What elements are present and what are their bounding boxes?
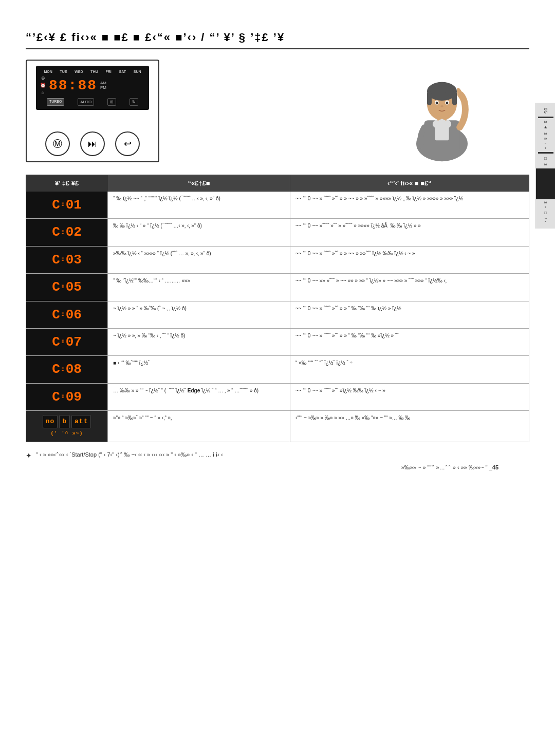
svg-point-14 bbox=[440, 105, 443, 107]
table-row: C⠿09… ‰‰ » » ““ ~ ï¿½ˆ “ (¯ˆˆˆ ï¿½ˆ Edge… bbox=[26, 383, 529, 410]
right-cell-2: ~~ ““ 0 ~~ » ˆˆˆˆ »ˆˆ » » ~~ » »»ˆˆˆ ï¿½… bbox=[290, 246, 529, 273]
right-cell-7: ~~ ““ 0 ~~ » ˆˆˆˆ »ˆˆ »ï¿½ ‰‰ ï¿½ ‹ ~ » bbox=[290, 383, 529, 410]
auto-button[interactable]: AUTO bbox=[78, 98, 94, 106]
footer-page-ref: »‰»» ~ » ""˄ »…˄˄ » ‹ »» ‰»»~ " _45 bbox=[401, 463, 498, 472]
footer-area: ✦ " ‹ » »»‹˄‹‹‹ ‹ `Start/Stop (" ‹ 7‹" ‹… bbox=[26, 450, 529, 472]
middle-cell-1: ‰ ‰ ï¿½ ‹ “ » “ ï¿½ (¯ˆˆˆˆ …‹ »‚ ‹‚ »“ ô… bbox=[108, 219, 290, 246]
button-row: Ⓜ ⏭ ↩ bbox=[45, 131, 140, 156]
side-tab-label8: 3 bbox=[543, 163, 548, 166]
right-cell-5: ~~ ““ 0 ~~ » ˆˆˆˆ »ˆˆ » » “ ‰ “‰ ““ ‰ »ï… bbox=[290, 328, 529, 355]
middle-cell-7: … ‰‰ » » ““ ~ ï¿½ˆ “ (¯ˆˆˆ ï¿½ˆ Edge ï¿½… bbox=[108, 383, 290, 410]
right-cell-4: ~~ ““ 0 ~~ » ˆˆˆˆ »ˆˆ » » “ ‰ “‰ ““ ‰ ï¿… bbox=[290, 301, 529, 328]
code-cell-7: C⠿09 bbox=[26, 383, 108, 410]
timer-button[interactable]: ↩ bbox=[115, 131, 140, 156]
m-button[interactable]: Ⓜ bbox=[45, 131, 70, 156]
code-cell-3: C⠿05 bbox=[26, 274, 108, 301]
day-thu: THU bbox=[90, 70, 98, 73]
table-row: C⠿02‰ ‰ ï¿½ ‹ “ » “ ï¿½ (¯ˆˆˆˆ …‹ »‚ ‹‚ … bbox=[26, 219, 529, 246]
svg-rect-7 bbox=[427, 91, 432, 105]
middle-cell-5: ~ ï¿½ » »‚ » ‰ “‰ ‹ ‚ ˆˆ “ ï¿½ ô) bbox=[108, 328, 290, 355]
day-row: MON TUE WED THU FRI SAT SUN bbox=[40, 70, 145, 73]
fan-icon: ⊕ bbox=[40, 75, 46, 81]
right-cell-0: ~~ ““ 0 ~~ » ˆˆˆˆ »ˆˆ » » ~~ » » »ˆˆˆˆ »… bbox=[290, 192, 529, 219]
footer-row-1: ✦ " ‹ » »»‹˄‹‹‹ ‹ `Start/Stop (" ‹ 7‹" ‹… bbox=[26, 450, 529, 461]
table-row: C⠿01“ ‰ ï¿½ ~~ “ „“ “““““ ï¿½ ï¿½ (¯ˆˆˆˆ… bbox=[26, 192, 529, 219]
recycle-button[interactable]: ↻ bbox=[130, 98, 138, 106]
code-cell-5: C⠿07 bbox=[26, 328, 108, 355]
day-sun: SUN bbox=[134, 70, 141, 73]
code-cell-8: nobatt(' '^ »~) bbox=[26, 411, 108, 442]
figure-area bbox=[355, 60, 529, 162]
side-tab-number: 05 bbox=[543, 108, 548, 114]
turbo-button[interactable]: TURBO bbox=[47, 98, 65, 106]
middle-cell-3: “ ‰ “ï¿½““ ‰‰…““ ‹ “ ……… »»» bbox=[108, 274, 290, 301]
side-tab-label1: 3 bbox=[543, 121, 548, 123]
day-wed: WED bbox=[75, 70, 83, 73]
table-row: C⠿07~ ï¿½ » »‚ » ‰ “‰ ‹ ‚ ˆˆ “ ï¿½ ô)~~ … bbox=[26, 328, 529, 355]
table-row: C⠿08■ ‹ ““ ‰ˆ“““ ï¿½ˆ“ »‰ “““ ˆˆ “ˆ ï¿½ˆ… bbox=[26, 356, 529, 383]
right-cell-8: ‹“““ ~ »‰» » ‰» » »» …» ‰ »‰ “»» ~ ““ »…… bbox=[290, 411, 529, 442]
table-row: C⠿03»‰‰ ï¿½ ‹ “ »»»» “ ï¿½ (ˆˆˆ … »‚ »‚ … bbox=[26, 246, 529, 273]
side-tab-label9: 3 bbox=[543, 201, 548, 204]
person-svg bbox=[391, 60, 493, 162]
side-tab: 05 3 ★ 3 fi ‹ » □ 3 3 » □ / ‹ bbox=[535, 103, 555, 229]
day-fri: FRI bbox=[106, 70, 112, 73]
icon-col: ⊕ ⏰ ⌂ bbox=[40, 75, 46, 95]
side-tab-label4: fi bbox=[543, 138, 548, 141]
footer-text-1: " ‹ » »»‹˄‹‹‹ ‹ `Start/Stop (" ‹ 7‹" ‹)˄… bbox=[36, 450, 223, 459]
code-cell-0: C⠿01 bbox=[26, 192, 108, 219]
day-sat: SAT bbox=[119, 70, 126, 73]
side-tab-label7: □ bbox=[543, 156, 548, 161]
side-tab-label2: ★ bbox=[543, 125, 548, 130]
code-cell-1: C⠿02 bbox=[26, 219, 108, 246]
page-container: 05 3 ★ 3 fi ‹ » □ 3 3 » □ / ‹ “’£‹¥ £ fi… bbox=[0, 0, 555, 756]
middle-cell-0: “ ‰ ï¿½ ~~ “ „“ “““““ ï¿½ ï¿½ (¯ˆˆˆˆ …‹ … bbox=[108, 192, 290, 219]
svg-rect-8 bbox=[452, 91, 457, 105]
table-row: C⠿06~ ï¿½ » » “ » ‰ˆ‰ (ˆ ~ ‚ ‚ ï¿½ ô)~~ … bbox=[26, 301, 529, 328]
side-tab-label3: 3 bbox=[543, 133, 548, 135]
middle-cell-2: »‰‰ ï¿½ ‹ “ »»»» “ ï¿½ (ˆˆˆ … »‚ »‚ ‹‚ »… bbox=[108, 246, 290, 273]
side-tab-black bbox=[536, 168, 556, 199]
side-tab-label6: » bbox=[543, 147, 548, 149]
time-display: 88:88 bbox=[49, 78, 97, 93]
svg-point-9 bbox=[434, 82, 451, 93]
play-button[interactable]: ⏭ bbox=[80, 131, 105, 156]
table-row: nobatt(' '^ »~)»“» “ »‰»ˆ »“ ““ ~ “ » ‹‚… bbox=[26, 411, 529, 442]
right-cell-6: “ »‰ “““ ˆˆ “ˆ ï¿½ˆ ï¿½ ˆ ÷ bbox=[290, 356, 529, 383]
grid-button[interactable]: ⊞ bbox=[107, 98, 116, 106]
table-row: C⠿05“ ‰ “ï¿½““ ‰‰…““ ‹ “ ……… »»»~~ ““ 0 … bbox=[26, 274, 529, 301]
table-header-row: ¥’ ‡£ ¥£ “«£†£■ ‹“’‹’ fi‹›« ■ ■£“ bbox=[26, 175, 529, 192]
main-table: ¥’ ‡£ ¥£ “«£†£■ ‹“’‹’ fi‹›« ■ ■£“ C⠿01“ … bbox=[26, 175, 529, 442]
top-section: MON TUE WED THU FRI SAT SUN ⊕ ⏰ ⌂ 88:88 bbox=[26, 60, 529, 162]
svg-rect-3 bbox=[435, 124, 449, 140]
middle-cell-4: ~ ï¿½ » » “ » ‰ˆ‰ (ˆ ~ ‚ ‚ ï¿½ ô) bbox=[108, 301, 290, 328]
footer-bullet: ✦ bbox=[26, 450, 32, 461]
pm-label: PM bbox=[100, 85, 106, 90]
side-tab-label12: / ‹ bbox=[543, 218, 548, 223]
am-label: AM bbox=[100, 81, 106, 85]
svg-point-12 bbox=[436, 102, 438, 104]
time-row: ⊕ ⏰ ⌂ 88:88 AM PM bbox=[40, 75, 145, 95]
ampm-col: AM PM bbox=[100, 81, 106, 90]
right-cell-3: ~~ ““ 0 ~~ »» »ˆˆˆ » ~~ »» » »» “ ï¿½» »… bbox=[290, 274, 529, 301]
side-tab-label10: » bbox=[543, 206, 548, 209]
code-cell-4: C⠿06 bbox=[26, 301, 108, 328]
clock-icon: ⏰ bbox=[40, 83, 46, 88]
home-icon: ⌂ bbox=[40, 90, 46, 95]
device-image: MON TUE WED THU FRI SAT SUN ⊕ ⏰ ⌂ 88:88 bbox=[26, 60, 159, 162]
code-cell-6: C⠿08 bbox=[26, 356, 108, 383]
right-cell-1: ~~ ““ 0 ~~ »ˆˆˆˆ »ˆˆ » »ˆˆˆˆ » »»»» ï¿½ … bbox=[290, 219, 529, 246]
middle-cell-8: »“» “ »‰»ˆ »“ ““ ~ “ » ‹‚“ »‚ bbox=[108, 411, 290, 442]
side-tab-label11: □ bbox=[543, 211, 548, 216]
col-header-code: ¥’ ‡£ ¥£ bbox=[26, 175, 108, 192]
display-panel: MON TUE WED THU FRI SAT SUN ⊕ ⏰ ⌂ 88:88 bbox=[36, 66, 149, 110]
col-header-middle: “«£†£■ bbox=[108, 175, 290, 192]
svg-point-13 bbox=[446, 102, 449, 104]
day-mon: MON bbox=[44, 70, 52, 73]
footer-row-2: »‰»» ~ » ""˄ »…˄˄ » ‹ »» ‰»»~ " _45 bbox=[26, 463, 529, 472]
middle-cell-6: ■ ‹ ““ ‰ˆ“““ ï¿½ˆ bbox=[108, 356, 290, 383]
side-tab-label5: ‹ bbox=[543, 143, 548, 145]
col-header-right: ‹“’‹’ fi‹›« ■ ■£“ bbox=[290, 175, 529, 192]
day-tue: TUE bbox=[60, 70, 67, 73]
control-row: TURBO AUTO ⊞ ↻ bbox=[40, 98, 145, 106]
